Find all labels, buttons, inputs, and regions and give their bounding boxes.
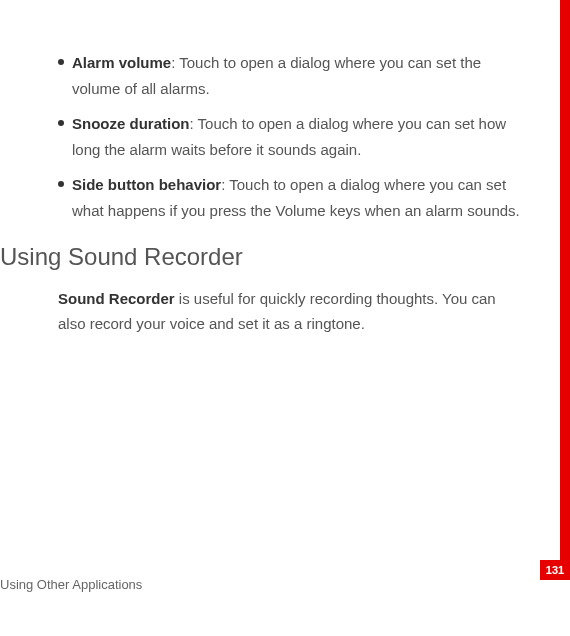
list-item-label: Snooze duration [72,115,190,132]
page-number-badge: 131 [540,560,570,580]
side-accent-bar [560,0,570,560]
section-heading: Using Sound Recorder [0,237,520,278]
list-item: Alarm volume: Touch to open a dialog whe… [58,50,520,101]
list-item-label: Side button behavior [72,176,221,193]
document-page: 131 Alarm volume: Touch to open a dialog… [0,0,570,636]
paragraph: Sound Recorder is useful for quickly rec… [58,286,520,337]
footer-text: Using Other Applications [0,574,142,596]
page-number: 131 [546,561,564,580]
page-content: Alarm volume: Touch to open a dialog whe… [0,50,540,337]
list-item-label: Alarm volume [72,54,171,71]
list-item: Side button behavior: Touch to open a di… [58,172,520,223]
list-item: Snooze duration: Touch to open a dialog … [58,111,520,162]
paragraph-bold: Sound Recorder [58,290,175,307]
